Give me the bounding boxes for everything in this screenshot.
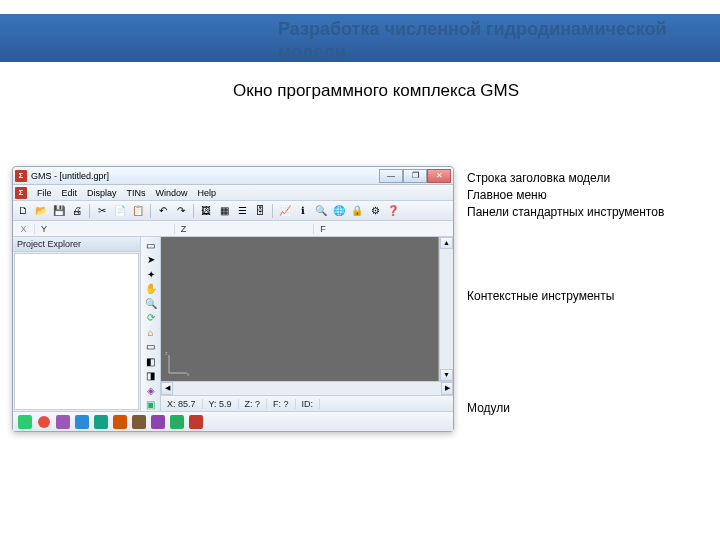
pointer-tool-icon[interactable]: ➤ xyxy=(143,254,159,267)
menu-file[interactable]: File xyxy=(37,188,52,198)
module-4-icon[interactable] xyxy=(74,414,90,430)
cut-icon[interactable]: ✂ xyxy=(94,203,110,219)
svg-rect-4 xyxy=(18,415,32,429)
svg-rect-10 xyxy=(132,415,146,429)
viewport-container: z x ▲ ▼ ◀ ▶ X: 85.7 Y: 5.9 Z: ? F: xyxy=(161,237,453,411)
rotate-tool-icon[interactable]: ⟳ xyxy=(143,312,159,325)
status-x: X: 85.7 xyxy=(161,399,203,409)
window-title: GMS - [untitled.gpr] xyxy=(31,171,109,181)
menu-display[interactable]: Display xyxy=(87,188,117,198)
save-icon[interactable]: 💾 xyxy=(51,203,67,219)
zoom-tool-icon[interactable]: 🔍 xyxy=(143,297,159,310)
close-button[interactable]: ✕ xyxy=(427,169,451,183)
menu-window[interactable]: Window xyxy=(156,188,188,198)
globe-icon[interactable]: 🌐 xyxy=(331,203,347,219)
minimize-button[interactable]: — xyxy=(379,169,403,183)
annotation-group-top: Строка заголовка модели Главное меню Пан… xyxy=(467,170,664,220)
module-5-icon[interactable] xyxy=(93,414,109,430)
svg-point-5 xyxy=(38,416,50,428)
layers-icon[interactable]: ☰ xyxy=(234,203,250,219)
context-toolbar: ▭ ➤ ✦ ✋ 🔍 ⟳ ⌂ ▭ ◧ ◨ ◈ ▣ xyxy=(141,237,161,411)
module-6-icon[interactable] xyxy=(112,414,128,430)
annotation-context-tools: Контекстные инструменты xyxy=(467,288,614,305)
module-bar xyxy=(13,411,453,431)
perspective-view-icon[interactable]: ▣ xyxy=(143,399,159,412)
status-z: Z: ? xyxy=(239,399,268,409)
coordinate-bar: X Y Z F xyxy=(13,221,453,237)
slide-subtitle: Окно программного комплекса GMS xyxy=(233,80,533,102)
scroll-down-icon[interactable]: ▼ xyxy=(440,369,453,381)
module-8-icon[interactable] xyxy=(150,414,166,430)
find-icon[interactable]: 🔍 xyxy=(313,203,329,219)
scroll-left-icon[interactable]: ◀ xyxy=(161,382,173,395)
select-tool-icon[interactable]: ▭ xyxy=(143,239,159,252)
info-icon[interactable]: ℹ xyxy=(295,203,311,219)
copy-icon[interactable]: 📄 xyxy=(112,203,128,219)
frame-tool-icon[interactable]: ⌂ xyxy=(143,326,159,339)
print-icon[interactable]: 🖨 xyxy=(69,203,85,219)
menu-edit[interactable]: Edit xyxy=(62,188,78,198)
horizontal-scrollbar[interactable]: ◀ ▶ xyxy=(161,381,453,395)
module-7-icon[interactable] xyxy=(131,414,147,430)
app-window: Σ GMS - [untitled.gpr] — ❐ ✕ Σ File Edit… xyxy=(12,166,454,432)
status-f: F: ? xyxy=(267,399,296,409)
svg-rect-7 xyxy=(75,415,89,429)
side-view-icon[interactable]: ◨ xyxy=(143,370,159,383)
svg-rect-12 xyxy=(170,415,184,429)
status-id: ID: xyxy=(296,399,321,409)
status-y: Y: 5.9 xyxy=(203,399,239,409)
redo-icon[interactable]: ↷ xyxy=(173,203,189,219)
separator xyxy=(89,204,90,218)
coord-f-label: F xyxy=(314,224,453,234)
graphics-viewport[interactable]: z x xyxy=(161,237,439,381)
module-2-icon[interactable] xyxy=(36,414,52,430)
module-9-icon[interactable] xyxy=(169,414,185,430)
module-3-icon[interactable] xyxy=(55,414,71,430)
work-area: Project Explorer ▭ ➤ ✦ ✋ 🔍 ⟳ ⌂ ▭ ◧ ◨ ◈ ▣ xyxy=(13,237,453,411)
vertical-scrollbar[interactable]: ▲ ▼ xyxy=(439,237,453,381)
front-view-icon[interactable]: ◧ xyxy=(143,355,159,368)
settings-icon[interactable]: ⚙ xyxy=(367,203,383,219)
database-icon[interactable]: 🗄 xyxy=(252,203,268,219)
axis-triad-icon: z x xyxy=(165,349,193,377)
status-bar: X: 85.7 Y: 5.9 Z: ? F: ? ID: xyxy=(161,395,453,411)
app-logo-icon: Σ xyxy=(15,170,27,182)
menu-tins[interactable]: TINs xyxy=(127,188,146,198)
undo-icon[interactable]: ↶ xyxy=(155,203,171,219)
svg-rect-13 xyxy=(189,415,203,429)
pan-tool-icon[interactable]: ✋ xyxy=(143,283,159,296)
annotation-modules: Модули xyxy=(467,400,510,417)
window-titlebar[interactable]: Σ GMS - [untitled.gpr] — ❐ ✕ xyxy=(13,167,453,185)
lock-icon[interactable]: 🔒 xyxy=(349,203,365,219)
separator xyxy=(150,204,151,218)
menu-help[interactable]: Help xyxy=(198,188,217,198)
open-icon[interactable]: 📂 xyxy=(33,203,49,219)
svg-text:x: x xyxy=(187,371,190,377)
scroll-track-v[interactable] xyxy=(440,249,453,369)
project-explorer-title: Project Explorer xyxy=(13,237,140,252)
scroll-track-h[interactable] xyxy=(173,382,441,395)
svg-rect-8 xyxy=(94,415,108,429)
grid-icon[interactable]: ▦ xyxy=(216,203,232,219)
paste-icon[interactable]: 📋 xyxy=(130,203,146,219)
image-icon[interactable]: 🖼 xyxy=(198,203,214,219)
menu-bar: Σ File Edit Display TINs Window Help xyxy=(13,185,453,201)
scroll-up-icon[interactable]: ▲ xyxy=(440,237,453,249)
project-explorer-tree[interactable] xyxy=(14,253,139,410)
scroll-right-icon[interactable]: ▶ xyxy=(441,382,453,395)
maximize-button[interactable]: ❐ xyxy=(403,169,427,183)
module-10-icon[interactable] xyxy=(188,414,204,430)
slide-banner: Разработка численной гидродинамической м… xyxy=(0,14,720,62)
module-1-icon[interactable] xyxy=(17,414,33,430)
coord-x-label: X xyxy=(13,224,35,234)
plan-view-icon[interactable]: ▭ xyxy=(143,341,159,354)
plot-icon[interactable]: 📈 xyxy=(277,203,293,219)
vertex-tool-icon[interactable]: ✦ xyxy=(143,268,159,281)
oblique-view-icon[interactable]: ◈ xyxy=(143,384,159,397)
new-icon[interactable]: 🗋 xyxy=(15,203,31,219)
help-icon[interactable]: ❓ xyxy=(385,203,401,219)
separator xyxy=(272,204,273,218)
coord-z-label: Z xyxy=(175,224,315,234)
annotation-titlebar: Строка заголовка модели xyxy=(467,170,664,187)
coord-y-label: Y xyxy=(35,224,175,234)
